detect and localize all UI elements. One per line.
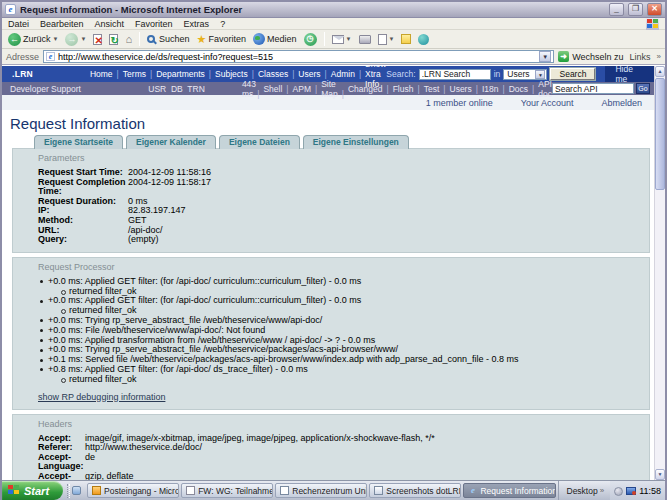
toolbar-handle[interactable] xyxy=(67,484,70,498)
back-button[interactable]: ← Zurück ▼ xyxy=(6,32,60,47)
menu-item[interactable]: Datei xyxy=(8,19,29,29)
lrn-nav-link[interactable]: Departments xyxy=(156,69,215,79)
hide-me-link[interactable]: Hide me xyxy=(605,66,654,82)
forward-dropdown-icon[interactable]: ▼ xyxy=(80,36,86,42)
menu-bar: DateiBearbeitenAnsichtFavoritenExtras? xyxy=(2,18,665,30)
forward-button[interactable]: → ▼ xyxy=(63,32,88,47)
discuss-button[interactable] xyxy=(399,33,413,45)
tab[interactable]: Eigene Einstellungen xyxy=(303,135,409,149)
rp-debug-link[interactable]: show RP debugging information xyxy=(38,392,165,402)
address-label: Adresse xyxy=(6,52,39,62)
tab[interactable]: Eigener Kalender xyxy=(126,135,216,149)
toolbar-separator xyxy=(139,32,140,46)
links-toolbar-label[interactable]: Links xyxy=(630,52,651,62)
api-search-go-button[interactable]: Go xyxy=(636,83,650,94)
quick-launch-icon[interactable] xyxy=(72,486,81,495)
developer-link[interactable]: Docs xyxy=(509,84,539,94)
menu-item[interactable]: Favoriten xyxy=(135,19,173,29)
tray-clock-icon[interactable] xyxy=(614,487,623,496)
logout-link[interactable]: Abmelden xyxy=(601,98,642,108)
lrn-search-submit-button[interactable]: Search xyxy=(550,68,595,80)
parameter-value: 0 ms xyxy=(128,197,643,207)
developer-link[interactable]: API doc xyxy=(538,79,552,99)
window-title: Request Information - Microsoft Internet… xyxy=(20,4,605,15)
toolbar-separator xyxy=(324,32,325,46)
address-input[interactable] xyxy=(58,52,536,62)
menu-item[interactable]: Ansicht xyxy=(95,19,125,29)
refresh-icon: ↻ xyxy=(109,34,118,45)
edit-button[interactable]: ▼ xyxy=(376,33,397,46)
header-label: Accept-Encoding: xyxy=(38,472,85,480)
menu-item[interactable]: Extras xyxy=(184,19,210,29)
media-button[interactable]: Medien xyxy=(251,32,299,46)
menu-item[interactable]: ? xyxy=(220,19,225,29)
home-button[interactable]: ⌂ xyxy=(123,32,134,46)
developer-link[interactable]: Users xyxy=(450,84,482,94)
menu-item[interactable]: Bearbeiten xyxy=(40,19,84,29)
address-dropdown-icon[interactable]: ▼ xyxy=(539,51,551,62)
developer-link[interactable]: Test xyxy=(424,84,450,94)
mail-dropdown-icon[interactable]: ▼ xyxy=(346,36,352,42)
go-button[interactable]: ➜ Wechseln zu xyxy=(558,51,623,62)
api-search-input[interactable] xyxy=(552,83,634,94)
tab[interactable]: Eigene Startseite xyxy=(34,135,123,149)
vertical-scrollbar[interactable]: ▲ ▼ xyxy=(654,66,665,480)
taskbar-button[interactable]: Rechenzentrum Uni K... xyxy=(275,483,367,498)
lrn-nav-link[interactable]: Terms xyxy=(123,69,156,79)
back-dropdown-icon[interactable]: ▼ xyxy=(53,36,59,42)
restore-button[interactable]: ❐ xyxy=(628,3,643,16)
history-button[interactable]: ◷ xyxy=(302,32,319,47)
headers-section: Headers Accept: image/gif, image/x-xbitm… xyxy=(12,414,650,480)
developer-link[interactable]: Changed xyxy=(348,84,393,94)
messenger-icon xyxy=(418,34,429,45)
desktop-toolbar-label[interactable]: Desktop » xyxy=(567,486,605,496)
parameter-value: GET xyxy=(128,216,643,226)
taskbar-button[interactable]: e Request Information ... xyxy=(463,483,555,498)
minimize-button[interactable]: _ xyxy=(609,3,624,16)
lrn-nav-link[interactable]: Home xyxy=(90,69,123,79)
lrn-logo[interactable]: .LRN xyxy=(2,69,90,79)
messenger-button[interactable] xyxy=(416,33,431,46)
lrn-nav-link[interactable]: Subjects xyxy=(215,69,258,79)
developer-link[interactable]: Flush xyxy=(393,84,424,94)
scrollbar-track[interactable] xyxy=(655,191,665,469)
environment-label: USR DB TRN xyxy=(148,84,242,94)
developer-link[interactable]: I18n xyxy=(482,84,509,94)
scrollbar-thumb[interactable] xyxy=(655,78,665,190)
ie-app-icon: e xyxy=(5,4,16,15)
your-account-link[interactable]: Your Account xyxy=(521,98,574,108)
tray-network-icon[interactable] xyxy=(626,487,636,495)
taskbar-button[interactable]: Screenshots dotLRN... xyxy=(369,483,461,498)
mail-button[interactable]: ▼ xyxy=(330,34,354,45)
lrn-nav-link[interactable]: Users xyxy=(298,69,330,79)
stop-button[interactable]: ✕ xyxy=(91,33,104,46)
start-button[interactable]: Start xyxy=(2,481,63,500)
developer-link[interactable]: Shell xyxy=(263,84,292,94)
edit-dropdown-icon[interactable]: ▼ xyxy=(389,36,395,42)
parameter-label: Request Duration: xyxy=(38,197,128,207)
go-arrow-icon: ➜ xyxy=(558,51,569,62)
favorites-button[interactable]: ★ Favoriten xyxy=(195,32,248,47)
tab[interactable]: Eigene Dateien xyxy=(219,135,300,149)
desktop-chevron-icon[interactable]: » xyxy=(600,486,604,495)
developer-support-link[interactable]: Developer Support xyxy=(2,84,148,94)
close-button[interactable]: ✕ xyxy=(647,3,662,16)
scroll-down-icon[interactable]: ▼ xyxy=(655,469,665,480)
refresh-button[interactable]: ↻ xyxy=(107,33,120,46)
address-input-box[interactable]: e ▼ xyxy=(43,50,554,63)
taskbar-button-icon xyxy=(186,486,195,495)
developer-links: 443 msShellAPMSite MapChangedFlushTestUs… xyxy=(242,79,552,99)
lrn-nav-link[interactable]: Classes xyxy=(258,69,298,79)
header-value: http://www.theservice.de/doc/ xyxy=(85,443,643,453)
developer-link[interactable]: Site Map xyxy=(321,79,348,99)
developer-link[interactable]: APM xyxy=(293,84,322,94)
lrn-nav-link[interactable]: Admin xyxy=(331,69,365,79)
links-chevron-icon[interactable]: » xyxy=(657,52,661,61)
search-button[interactable]: Suchen xyxy=(145,33,192,45)
developer-link[interactable]: 443 ms xyxy=(242,79,264,99)
taskbar-button[interactable]: FW: WG: Teilnahme v... xyxy=(181,483,273,498)
mail-icon xyxy=(332,35,344,44)
taskbar-button[interactable]: Posteingang - Micros... xyxy=(87,483,179,498)
print-button[interactable] xyxy=(357,34,373,45)
scroll-up-icon[interactable]: ▲ xyxy=(655,66,665,77)
